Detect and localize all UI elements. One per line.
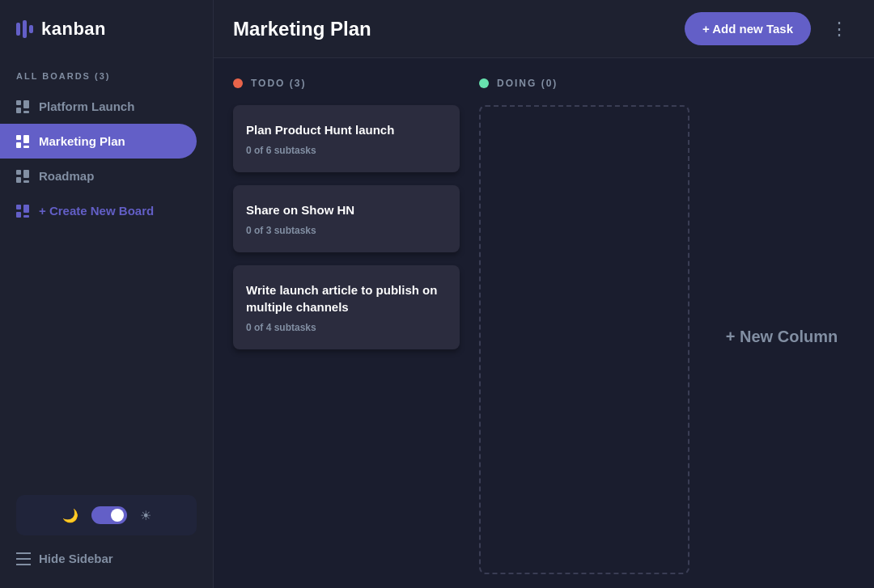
task-subtasks: 0 of 4 subtasks bbox=[246, 322, 447, 333]
more-options-button[interactable]: ⋮ bbox=[824, 15, 855, 43]
board-title: Marketing Plan bbox=[233, 18, 672, 40]
sidebar-item-label: Platform Launch bbox=[39, 99, 134, 113]
main-content: Marketing Plan + Add new Task ⋮ TODO (3)… bbox=[214, 0, 874, 588]
add-task-button[interactable]: + Add new Task bbox=[685, 12, 811, 45]
svg-rect-13 bbox=[16, 212, 21, 218]
task-title: Share on Show HN bbox=[246, 201, 447, 218]
svg-rect-7 bbox=[23, 146, 29, 148]
sidebar-item-marketing-plan[interactable]: Marketing Plan bbox=[0, 124, 197, 159]
sidebar-item-label: Roadmap bbox=[39, 169, 94, 183]
task-subtasks: 0 of 6 subtasks bbox=[246, 145, 447, 156]
svg-rect-10 bbox=[23, 170, 29, 178]
create-board-label: + Create New Board bbox=[39, 204, 154, 218]
svg-rect-11 bbox=[23, 180, 29, 183]
column-title-doing: DOING (0) bbox=[497, 78, 558, 89]
hide-sidebar-label: Hide Sidebar bbox=[39, 552, 113, 565]
svg-rect-8 bbox=[16, 170, 21, 175]
task-subtasks: 0 of 3 subtasks bbox=[246, 225, 447, 236]
task-card[interactable]: Plan Product Hunt launch 0 of 6 subtasks bbox=[233, 105, 460, 172]
sidebar-bottom: 🌙 ☀ Hide Sidebar bbox=[0, 482, 213, 588]
svg-rect-4 bbox=[16, 135, 21, 140]
board-icon bbox=[16, 170, 29, 183]
column-todo: TODO (3) Plan Product Hunt launch 0 of 6… bbox=[233, 78, 460, 349]
doing-dot bbox=[479, 78, 489, 88]
sidebar-header: kanban bbox=[0, 0, 213, 58]
svg-rect-14 bbox=[23, 205, 29, 213]
svg-rect-12 bbox=[16, 205, 21, 209]
sidebar: kanban ALL BOARDS (3) Platform Launch Ma… bbox=[0, 0, 214, 588]
svg-rect-9 bbox=[16, 177, 21, 183]
boards-section-label: ALL BOARDS (3) bbox=[0, 58, 213, 89]
column-doing: DOING (0) bbox=[479, 78, 689, 574]
task-card[interactable]: Write launch article to publish on multi… bbox=[233, 265, 460, 349]
column-header-todo: TODO (3) bbox=[233, 78, 460, 89]
new-column-area[interactable]: + New Column bbox=[709, 102, 855, 571]
svg-rect-6 bbox=[23, 135, 29, 143]
create-new-board-button[interactable]: + Create New Board bbox=[0, 193, 213, 228]
theme-toggle-track[interactable] bbox=[91, 506, 127, 524]
task-title: Plan Product Hunt launch bbox=[246, 121, 447, 138]
todo-dot bbox=[233, 78, 243, 88]
svg-rect-3 bbox=[23, 111, 29, 113]
theme-toggle[interactable]: 🌙 ☀ bbox=[16, 495, 197, 535]
svg-rect-15 bbox=[23, 215, 29, 218]
sun-icon: ☀ bbox=[140, 508, 151, 523]
board-icon bbox=[16, 100, 29, 113]
logo-icon bbox=[16, 20, 33, 38]
theme-toggle-thumb bbox=[111, 509, 124, 522]
svg-rect-2 bbox=[23, 100, 29, 108]
svg-rect-5 bbox=[16, 142, 21, 148]
board-list: Platform Launch Marketing Plan Roadmap +… bbox=[0, 89, 213, 482]
sidebar-item-label: Marketing Plan bbox=[39, 134, 125, 148]
doing-empty-area bbox=[479, 105, 689, 574]
sidebar-item-roadmap[interactable]: Roadmap bbox=[0, 159, 197, 193]
svg-rect-0 bbox=[16, 100, 21, 105]
board-area: TODO (3) Plan Product Hunt launch 0 of 6… bbox=[214, 58, 874, 588]
moon-icon: 🌙 bbox=[62, 508, 78, 523]
app-name: kanban bbox=[41, 19, 106, 40]
sidebar-item-platform-launch[interactable]: Platform Launch bbox=[0, 89, 197, 124]
create-board-icon bbox=[16, 205, 29, 218]
topbar: Marketing Plan + Add new Task ⋮ bbox=[214, 0, 874, 58]
task-title: Write launch article to publish on multi… bbox=[246, 281, 447, 315]
board-icon bbox=[16, 135, 29, 148]
new-column-button[interactable]: + New Column bbox=[726, 328, 838, 346]
column-title-todo: TODO (3) bbox=[251, 78, 306, 89]
task-card[interactable]: Share on Show HN 0 of 3 subtasks bbox=[233, 185, 460, 252]
svg-rect-1 bbox=[16, 108, 21, 113]
column-header-doing: DOING (0) bbox=[479, 78, 689, 89]
hide-sidebar-button[interactable]: Hide Sidebar bbox=[16, 548, 197, 569]
